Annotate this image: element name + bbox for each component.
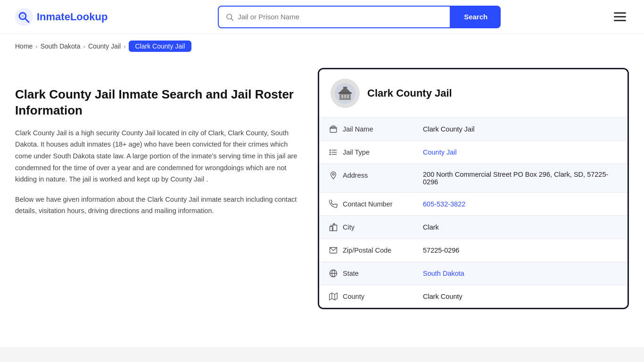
svg-line-5 bbox=[231, 18, 233, 20]
label-text-jail-name: Jail Name bbox=[343, 125, 373, 133]
description-2: Below we have given information about th… bbox=[15, 194, 299, 217]
label-text-zip: Zip/Postal Code bbox=[343, 247, 391, 254]
value-link-state[interactable]: South Dakota bbox=[423, 270, 464, 277]
left-content: Clark County Jail Inmate Search and Jail… bbox=[15, 68, 299, 225]
label-cell-county: County bbox=[319, 285, 413, 308]
building-icon bbox=[329, 124, 338, 134]
table-row: Contact Number605-532-3822 bbox=[319, 193, 627, 216]
value-cell-address: 200 North Commercial Street PO Box 296, … bbox=[413, 164, 627, 193]
table-row: CityClark bbox=[319, 216, 627, 239]
breadcrumb-type[interactable]: County Jail bbox=[88, 42, 121, 50]
svg-rect-10 bbox=[347, 95, 349, 98]
label-cell-zip: Zip/Postal Code bbox=[319, 239, 413, 262]
card-header: Clark County Jail bbox=[319, 69, 627, 117]
location-icon bbox=[329, 171, 338, 180]
value-cell-zip: 57225-0296 bbox=[413, 239, 627, 262]
table-row: StateSouth Dakota bbox=[319, 262, 627, 285]
label-text-address: Address bbox=[343, 172, 368, 179]
description-1: Clark County Jail is a high security Cou… bbox=[15, 127, 299, 185]
logo-text: InmateLookup bbox=[37, 11, 107, 23]
value-link-contact[interactable]: 605-532-3822 bbox=[423, 200, 465, 208]
table-row: CountyClark County bbox=[319, 285, 627, 308]
label-text-county: County bbox=[343, 293, 364, 300]
breadcrumb-state[interactable]: South Dakota bbox=[41, 42, 81, 50]
table-row: Jail NameClark County Jail bbox=[319, 118, 627, 141]
mail-icon bbox=[329, 246, 338, 255]
info-table: Jail NameClark County JailJail TypeCount… bbox=[319, 117, 627, 308]
search-button[interactable]: Search bbox=[451, 6, 501, 28]
footer bbox=[0, 347, 644, 362]
list-icon bbox=[329, 148, 338, 157]
card-title: Clark County Jail bbox=[367, 87, 452, 99]
label-text-contact: Contact Number bbox=[343, 200, 393, 208]
header: InmateLookup Search bbox=[0, 0, 644, 34]
search-area: Search bbox=[218, 6, 501, 28]
label-cell-contact: Contact Number bbox=[319, 193, 413, 215]
breadcrumb-home[interactable]: Home bbox=[15, 42, 33, 50]
hamburger-line-1 bbox=[614, 12, 626, 14]
table-row: Address200 North Commercial Street PO Bo… bbox=[319, 164, 627, 193]
hamburger-line-2 bbox=[614, 16, 626, 17]
logo[interactable]: InmateLookup bbox=[15, 8, 107, 26]
hamburger-line-3 bbox=[614, 20, 626, 21]
svg-rect-12 bbox=[339, 92, 352, 94]
search-input[interactable] bbox=[238, 13, 443, 21]
value-cell-contact[interactable]: 605-532-3822 bbox=[413, 193, 627, 216]
value-link-jail-type[interactable]: County Jail bbox=[423, 148, 457, 156]
jail-building-icon bbox=[335, 83, 355, 104]
svg-point-18 bbox=[330, 150, 330, 151]
search-input-wrapper bbox=[218, 6, 451, 28]
menu-button[interactable] bbox=[611, 9, 629, 24]
label-cell-jail-name: Jail Name bbox=[319, 118, 413, 140]
chevron-icon-2: › bbox=[83, 43, 85, 50]
svg-marker-28 bbox=[330, 293, 338, 300]
jail-avatar bbox=[330, 79, 360, 108]
svg-point-19 bbox=[330, 152, 330, 153]
table-row: Jail TypeCounty Jail bbox=[319, 141, 627, 164]
label-text-state: State bbox=[343, 270, 359, 277]
globe-icon bbox=[329, 269, 338, 278]
svg-point-20 bbox=[330, 154, 330, 155]
svg-rect-13 bbox=[343, 87, 347, 88]
logo-icon bbox=[15, 8, 33, 26]
breadcrumb-current: Clark County Jail bbox=[129, 41, 192, 52]
value-cell-jail-type[interactable]: County Jail bbox=[413, 141, 627, 164]
label-cell-city: City bbox=[319, 216, 413, 239]
value-cell-city: Clark bbox=[413, 216, 627, 239]
svg-point-0 bbox=[15, 8, 33, 26]
value-cell-jail-name: Clark County Jail bbox=[413, 118, 627, 141]
info-card: Clark County Jail Jail NameClark County … bbox=[318, 68, 629, 309]
chevron-icon-3: › bbox=[124, 43, 125, 50]
search-icon bbox=[225, 13, 234, 21]
svg-rect-9 bbox=[344, 95, 346, 98]
value-cell-state[interactable]: South Dakota bbox=[413, 262, 627, 285]
chevron-icon-1: › bbox=[35, 43, 37, 50]
table-row: Zip/Postal Code57225-0296 bbox=[319, 239, 627, 262]
page-title: Clark County Jail Inmate Search and Jail… bbox=[15, 87, 299, 119]
city-icon bbox=[329, 222, 338, 232]
label-cell-address: Address bbox=[319, 164, 413, 187]
phone-icon bbox=[329, 199, 338, 209]
svg-rect-8 bbox=[341, 95, 343, 98]
label-text-city: City bbox=[343, 223, 355, 231]
map-icon bbox=[329, 292, 338, 301]
label-text-jail-type: Jail Type bbox=[343, 148, 370, 156]
label-cell-jail-type: Jail Type bbox=[319, 141, 413, 164]
label-cell-state: State bbox=[319, 262, 413, 285]
main-content: Clark County Jail Inmate Search and Jail… bbox=[0, 58, 644, 328]
value-cell-county: Clark County bbox=[413, 285, 627, 308]
breadcrumb: Home › South Dakota › County Jail › Clar… bbox=[0, 34, 644, 58]
svg-point-3 bbox=[21, 15, 24, 17]
svg-point-21 bbox=[332, 173, 334, 175]
